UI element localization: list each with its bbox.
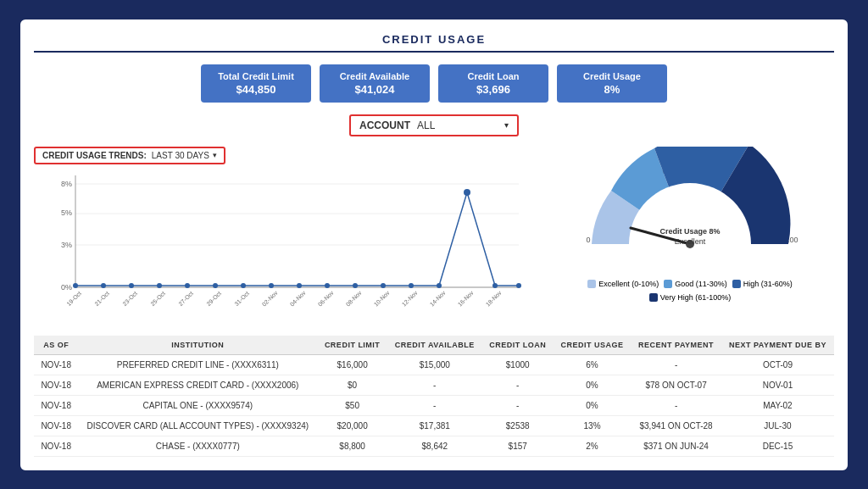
cell-2-6: - [631, 395, 721, 415]
svg-text:23-Oct: 23-Oct [121, 290, 138, 307]
svg-point-12 [129, 283, 134, 288]
svg-text:10-Nov: 10-Nov [373, 289, 391, 307]
dashboard-container: CREDIT USAGE Total Credit Limit $44,850 … [19, 18, 849, 472]
cell-3-2: $20,000 [317, 415, 387, 436]
card-label-1: Credit Available [335, 71, 415, 81]
svg-point-11 [101, 283, 106, 288]
cell-0-7: OCT-09 [721, 354, 834, 375]
col-header-next-payment: NEXT PAYMENT DUE BY [721, 336, 834, 355]
cell-4-4: $157 [482, 436, 554, 456]
legend-label-very-high: Very High (61-100%) [660, 293, 732, 302]
legend-label-good: Good (11-30%) [675, 280, 727, 288]
cell-2-5: 0% [554, 395, 631, 415]
svg-text:5%: 5% [61, 208, 72, 217]
svg-point-17 [269, 283, 274, 288]
svg-text:19-Oct: 19-Oct [65, 290, 82, 307]
card-label-2: Credit Loan [453, 71, 533, 81]
cell-4-5: 2% [554, 436, 631, 456]
svg-text:0%: 0% [61, 283, 72, 292]
legend-dot-very-high [649, 293, 658, 302]
svg-text:16-Nov: 16-Nov [457, 289, 475, 307]
svg-text:14-Nov: 14-Nov [429, 289, 447, 307]
svg-text:8%: 8% [61, 180, 72, 188]
card-credit-usage: Credit Usage 8% [557, 64, 667, 103]
cell-0-6: - [631, 354, 721, 375]
chart-section: CREDIT USAGE TRENDS: LAST 30 DAYS ▾ 8% 5… [34, 147, 537, 324]
svg-text:21-Oct: 21-Oct [93, 290, 110, 307]
card-value-0: $44,850 [216, 83, 296, 96]
account-label: ACCOUNT [359, 119, 410, 131]
col-header-credit-limit: CREDIT LIMIT [317, 336, 387, 355]
trends-value: LAST 30 DAYS [152, 151, 209, 160]
legend-high: High (31-60%) [732, 280, 793, 288]
trends-label: CREDIT USAGE TRENDS: [42, 151, 147, 160]
cell-1-1: AMERICAN EXPRESS CREDIT CARD - (XXXX2006… [78, 375, 317, 395]
svg-text:02-Nov: 02-Nov [261, 289, 279, 307]
svg-point-15 [213, 283, 218, 288]
legend-very-high: Very High (61-100%) [649, 293, 732, 302]
svg-text:3%: 3% [61, 241, 72, 249]
legend-label-high: High (31-60%) [743, 280, 793, 288]
svg-text:29-Oct: 29-Oct [205, 290, 222, 307]
table-row: NOV-18PREFERRED CREDIT LINE - (XXXX6311)… [34, 354, 834, 375]
legend-good: Good (11-30%) [664, 280, 727, 288]
cell-4-6: $371 ON JUN-24 [631, 436, 721, 456]
cell-3-4: $2538 [482, 415, 554, 436]
cell-1-6: $78 ON OCT-07 [631, 375, 721, 395]
legend-label-excellent: Excellent (0-10%) [598, 280, 659, 288]
svg-text:04-Nov: 04-Nov [289, 289, 307, 307]
cell-0-3: $15,000 [387, 354, 482, 375]
cell-1-4: - [482, 375, 554, 395]
cell-2-2: $50 [317, 395, 387, 415]
svg-point-22 [409, 283, 414, 288]
main-content: CREDIT USAGE TRENDS: LAST 30 DAYS ▾ 8% 5… [34, 147, 834, 324]
svg-text:Credit Usage 8%: Credit Usage 8% [659, 227, 720, 236]
svg-text:Excellent: Excellent [675, 237, 706, 246]
cell-1-2: $0 [317, 375, 387, 395]
svg-text:18-Nov: 18-Nov [485, 289, 503, 307]
trends-chevron-icon: ▾ [213, 151, 217, 159]
svg-point-21 [381, 283, 386, 288]
svg-point-18 [297, 283, 302, 288]
legend-dot-good [664, 280, 672, 288]
card-credit-loan: Credit Loan $3,696 [438, 64, 548, 103]
page-title: CREDIT USAGE [34, 33, 834, 53]
line-chart: 8% 5% 3% 0% [34, 171, 537, 324]
cell-2-0: NOV-18 [34, 395, 78, 415]
svg-point-24 [464, 189, 470, 196]
col-header-credit-available: CREDIT AVAILABLE [387, 336, 482, 355]
cell-3-0: NOV-18 [34, 415, 78, 436]
svg-text:06-Nov: 06-Nov [317, 289, 335, 307]
svg-point-23 [437, 283, 442, 288]
cell-1-0: NOV-18 [34, 375, 78, 395]
svg-point-19 [325, 283, 330, 288]
cell-0-1: PREFERRED CREDIT LINE - (XXXX6311) [78, 354, 317, 375]
cell-1-5: 0% [554, 375, 631, 395]
svg-text:25-Oct: 25-Oct [149, 290, 166, 307]
svg-point-14 [185, 283, 190, 288]
svg-point-20 [353, 283, 358, 288]
cell-4-7: DEC-15 [721, 436, 834, 456]
cell-2-1: CAPITAL ONE - (XXXX9574) [78, 395, 317, 415]
cell-0-0: NOV-18 [34, 354, 78, 375]
account-filter: ACCOUNT ALL ▾ [34, 114, 834, 136]
svg-text:08-Nov: 08-Nov [345, 289, 363, 307]
account-select-wrapper[interactable]: ACCOUNT ALL ▾ [349, 114, 519, 136]
cell-3-7: JUL-30 [721, 415, 834, 436]
legend-dot-high [732, 280, 741, 288]
table-row: NOV-18DISCOVER CARD (ALL ACCOUNT TYPES) … [34, 415, 834, 436]
summary-cards: Total Credit Limit $44,850 Credit Availa… [34, 64, 834, 103]
gauge-legend: Excellent (0-10%) Good (11-30%) High (31… [546, 280, 834, 302]
card-label-3: Credit Usage [572, 71, 652, 81]
svg-point-25 [492, 283, 498, 288]
card-label-0: Total Credit Limit [216, 71, 296, 81]
trends-filter[interactable]: CREDIT USAGE TRENDS: LAST 30 DAYS ▾ [34, 147, 225, 164]
cell-2-7: MAY-02 [721, 395, 834, 415]
cell-2-4: - [482, 395, 554, 415]
table-row: NOV-18CHASE - (XXXX0777)$8,800$8,642$157… [34, 436, 834, 456]
chevron-down-icon: ▾ [504, 120, 509, 130]
cell-4-2: $8,800 [317, 436, 387, 456]
svg-text:27-Oct: 27-Oct [177, 290, 194, 307]
gauge-section: 0 20 40 60 80 100 [546, 147, 834, 324]
table-row: NOV-18AMERICAN EXPRESS CREDIT CARD - (XX… [34, 375, 834, 395]
